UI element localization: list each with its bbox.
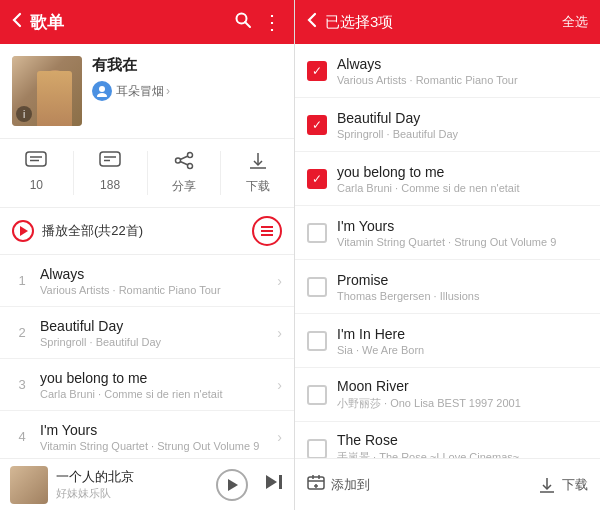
author-name: 耳朵冒烟 [116,83,164,100]
svg-marker-17 [266,475,277,489]
right-song-item-7[interactable]: Moon River 小野丽莎 · Ono Lisa BEST 1997 200… [295,368,600,422]
page-title: 歌单 [30,11,222,34]
now-playing-info: 一个人的北京 好妹妹乐队 [56,468,216,501]
right-song-item-1[interactable]: Always Various Artists · Romantic Piano … [295,44,600,98]
svg-point-12 [175,158,180,163]
comment-count: 10 [30,178,43,192]
like-count: 188 [100,178,120,192]
search-icon[interactable] [234,11,252,34]
svg-point-2 [99,86,105,92]
song-item-3[interactable]: 3 you belong to me Carla Bruni · Comme s… [0,359,294,411]
song-num: 4 [12,429,32,444]
checkbox-8[interactable] [307,439,327,459]
svg-point-3 [97,93,107,97]
song-num: 2 [12,325,32,340]
now-playing-artist: 好妹妹乐队 [56,486,216,501]
playlist-author[interactable]: 耳朵冒烟 › [92,81,282,101]
right-song-info: Moon River 小野丽莎 · Ono Lisa BEST 1997 200… [337,378,588,411]
right-song-artist: 小野丽莎 · Ono Lisa BEST 1997 2001 [337,396,588,411]
playlist-cover: i [12,56,82,126]
right-header: 已选择3项 全选 [295,0,600,44]
right-song-item-2[interactable]: Beautiful Day Springroll · Beautiful Day [295,98,600,152]
right-song-info: Promise Thomas Bergersen · Illusions [337,272,588,302]
next-button[interactable] [264,472,284,497]
play-all-text: 播放全部(共22首) [42,222,252,240]
checkbox-1[interactable] [307,61,327,81]
right-song-info: Beautiful Day Springroll · Beautiful Day [337,110,588,140]
playlist-info: i 有我在 耳朵冒烟 › [0,44,294,139]
right-song-item-4[interactable]: I'm Yours Vitamin String Quartet · Strun… [295,206,600,260]
right-song-item-3[interactable]: you belong to me Carla Bruni · Comme si … [295,152,600,206]
right-song-title: The Rose [337,432,588,448]
add-to-button[interactable]: 添加到 [307,474,370,496]
song-arrow: › [277,325,282,341]
add-to-label: 添加到 [331,476,370,494]
right-song-title: Always [337,56,588,72]
bottom-bar: 一个人的北京 好妹妹乐队 [0,458,294,510]
right-song-item-8[interactable]: The Rose 手嵐景 · The Rose ~I Love Cinemas~ [295,422,600,458]
playback-controls [216,469,284,501]
right-download-button[interactable]: 下载 [538,476,588,494]
add-icon [307,474,325,496]
action-share[interactable]: 分享 [148,147,221,199]
back-icon[interactable] [12,12,22,33]
share-label: 分享 [172,178,196,195]
right-song-info: you belong to me Carla Bruni · Comme si … [337,164,588,194]
right-song-info: I'm In Here Sia · We Are Born [337,326,588,356]
svg-line-1 [245,22,250,27]
checkbox-5[interactable] [307,277,327,297]
song-info: I'm Yours Vitamin String Quartet · Strun… [40,422,277,452]
play-all-bar[interactable]: 播放全部(共22首) [0,208,294,255]
song-title: Always [40,266,277,282]
action-like[interactable]: 188 [74,147,147,199]
song-num: 3 [12,377,32,392]
svg-rect-7 [100,152,120,166]
checkbox-4[interactable] [307,223,327,243]
action-download[interactable]: 下载 [221,147,294,199]
svg-line-13 [180,156,188,160]
checkbox-3[interactable] [307,169,327,189]
right-song-artist: Carla Bruni · Comme si de nen n'etait [337,182,588,194]
song-item-1[interactable]: 1 Always Various Artists · Romantic Pian… [0,255,294,307]
right-back-button[interactable] [307,12,317,33]
checkbox-7[interactable] [307,385,327,405]
right-song-artist: Vitamin String Quartet · Strung Out Volu… [337,236,588,248]
song-item-4[interactable]: 4 I'm Yours Vitamin String Quartet · Str… [0,411,294,458]
right-song-item-5[interactable]: Promise Thomas Bergersen · Illusions [295,260,600,314]
right-song-title: I'm Yours [337,218,588,234]
song-title: I'm Yours [40,422,277,438]
download-label: 下载 [246,178,270,195]
comment-icon [25,151,47,176]
info-icon[interactable]: i [16,106,32,122]
right-song-title: Moon River [337,378,588,394]
now-playing-title: 一个人的北京 [56,468,216,486]
playlist-meta: 有我在 耳朵冒烟 › [92,56,282,126]
select-all-button[interactable]: 全选 [562,13,588,31]
list-order-icon[interactable] [252,216,282,246]
right-song-title: you belong to me [337,164,588,180]
right-song-item-6[interactable]: I'm In Here Sia · We Are Born [295,314,600,368]
more-icon[interactable]: ⋮ [262,10,282,34]
action-comment[interactable]: 10 [0,147,73,199]
author-avatar [92,81,112,101]
svg-point-10 [187,153,192,158]
checkbox-6[interactable] [307,331,327,351]
song-info: Always Various Artists · Romantic Piano … [40,266,277,296]
right-song-artist: Various Artists · Romantic Piano Tour [337,74,588,86]
song-arrow: › [277,377,282,393]
svg-point-11 [187,164,192,169]
song-list: 1 Always Various Artists · Romantic Pian… [0,255,294,458]
right-song-title: Beautiful Day [337,110,588,126]
song-item-2[interactable]: 2 Beautiful Day Springroll · Beautiful D… [0,307,294,359]
left-panel: 歌单 ⋮ i 有我在 [0,0,295,510]
svg-rect-4 [26,152,46,166]
left-header: 歌单 ⋮ [0,0,294,44]
svg-rect-18 [279,475,282,489]
checkbox-2[interactable] [307,115,327,135]
right-song-info: Always Various Artists · Romantic Piano … [337,56,588,86]
song-artist: Various Artists · Romantic Piano Tour [40,284,277,296]
right-song-artist: Thomas Bergersen · Illusions [337,290,588,302]
right-song-artist: Sia · We Are Born [337,344,588,356]
right-song-info: I'm Yours Vitamin String Quartet · Strun… [337,218,588,248]
play-pause-button[interactable] [216,469,248,501]
